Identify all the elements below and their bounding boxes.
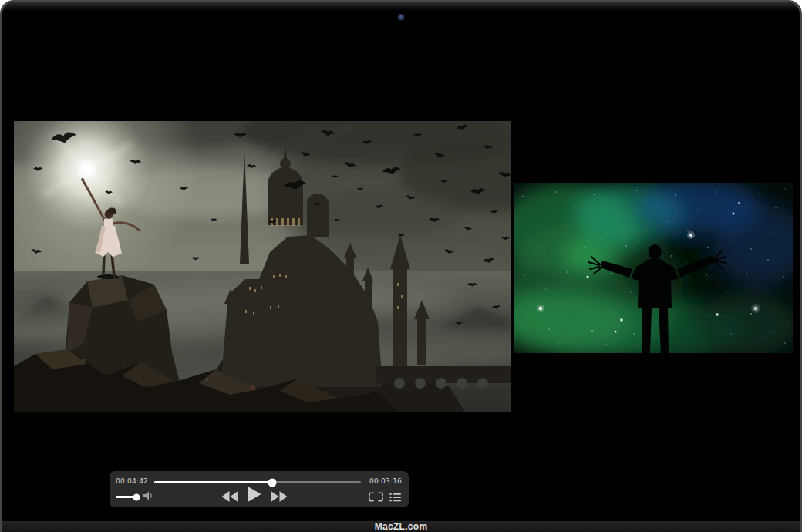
- right-icon-group: [369, 492, 401, 502]
- speaker-icon[interactable]: [143, 491, 153, 500]
- play-button[interactable]: [248, 487, 261, 502]
- fit-to-screen-icon[interactable]: [369, 492, 383, 502]
- playback-controls: 00:04:42 00:03:16: [110, 471, 409, 507]
- elapsed-time: 00:04:42: [116, 477, 148, 485]
- volume-knob[interactable]: [133, 493, 140, 500]
- volume-slider[interactable]: [116, 496, 136, 498]
- camera-dot: [398, 14, 405, 21]
- remaining-time: 00:03:16: [369, 477, 402, 485]
- rewind-button[interactable]: [222, 491, 238, 502]
- page-background: 00:04:42 00:03:16: [0, 0, 802, 532]
- video-player-left[interactable]: [14, 121, 511, 412]
- playlist-icon[interactable]: [389, 493, 401, 502]
- macbook-display: 00:04:42 00:03:16: [0, 0, 802, 532]
- video-player-right[interactable]: [514, 183, 793, 353]
- castle-scene-art: [14, 121, 511, 412]
- transport-buttons: [222, 471, 288, 507]
- fast-forward-button[interactable]: [271, 491, 288, 502]
- galaxy-scene-art: [514, 183, 793, 353]
- brand-label: MacZL.com: [375, 521, 428, 532]
- bottom-bezel: MacZL.com: [2, 521, 800, 532]
